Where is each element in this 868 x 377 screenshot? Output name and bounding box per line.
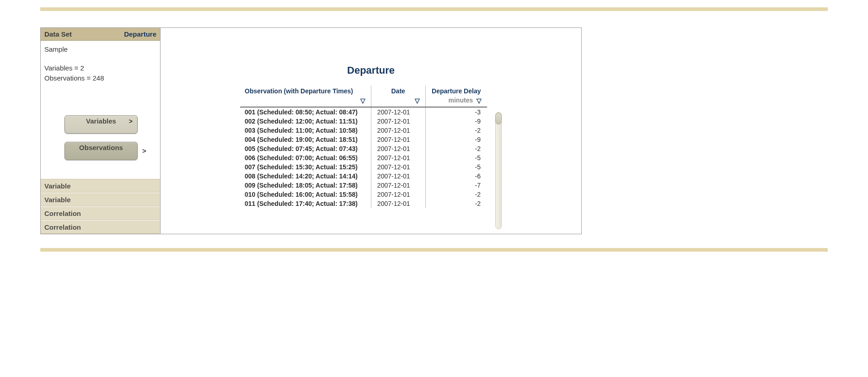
scrollbar-thumb[interactable]	[495, 113, 502, 124]
sidebar-header: Data Set Departure	[41, 28, 160, 41]
sidebar: Data Set Departure Sample Variables = 2 …	[41, 28, 161, 234]
cell-observation: 009 (Scheduled: 18:05; Actual: 17:58)	[240, 181, 371, 190]
table-row[interactable]: 004 (Scheduled: 19:00; Actual: 18:51)200…	[240, 135, 487, 144]
cell-observation: 006 (Scheduled: 07:00; Actual: 06:55)	[240, 153, 371, 162]
sample-label: Sample	[44, 45, 156, 53]
top-divider	[40, 7, 828, 11]
sidebar-footer-item[interactable]: Variable	[41, 179, 160, 193]
cell-date: 2007-12-01	[371, 181, 425, 190]
observations-button-label: Observations	[79, 144, 123, 151]
table-row[interactable]: 005 (Scheduled: 07:45; Actual: 07:43)200…	[240, 144, 487, 153]
cell-observation: 005 (Scheduled: 07:45; Actual: 07:43)	[240, 144, 371, 153]
table-row[interactable]: 001 (Scheduled: 08:50; Actual: 08:47)200…	[240, 107, 487, 117]
cell-delay: -5	[425, 153, 487, 162]
cell-observation: 003 (Scheduled: 11:00; Actual: 10:58)	[240, 126, 371, 135]
observations-count: Observations = 248	[44, 73, 156, 83]
cell-observation: 008 (Scheduled: 14:20; Actual: 14:14)	[240, 172, 371, 181]
cell-delay: -2	[425, 199, 487, 208]
dataset-meta: Variables = 2 Observations = 248	[44, 63, 156, 83]
table-row[interactable]: 006 (Scheduled: 07:00; Actual: 06:55)200…	[240, 153, 487, 162]
sort-date[interactable]: ▽	[371, 96, 425, 107]
cell-date: 2007-12-01	[371, 117, 425, 126]
triangle-down-icon: ▽	[360, 97, 365, 104]
sidebar-footer-item[interactable]: Variable	[41, 193, 160, 206]
table-row[interactable]: 010 (Scheduled: 16:00; Actual: 15:58)200…	[240, 190, 487, 199]
cell-date: 2007-12-01	[371, 153, 425, 162]
bottom-divider	[40, 248, 828, 252]
table-row[interactable]: 007 (Scheduled: 15:30; Actual: 15:25)200…	[240, 162, 487, 172]
cell-date: 2007-12-01	[371, 190, 425, 199]
table-row[interactable]: 009 (Scheduled: 18:05; Actual: 17:58)200…	[240, 181, 487, 190]
cell-observation: 007 (Scheduled: 15:30; Actual: 15:25)	[240, 162, 371, 172]
sidebar-footer: Variable Variable Correlation Correlatio…	[41, 179, 160, 234]
cell-delay: -2	[425, 190, 487, 199]
table-row[interactable]: 008 (Scheduled: 14:20; Actual: 14:14)200…	[240, 172, 487, 181]
vertical-scrollbar[interactable]	[495, 112, 502, 229]
variables-button[interactable]: Variables >	[64, 115, 138, 134]
observations-button[interactable]: Observations	[64, 142, 138, 160]
cell-delay: -9	[425, 135, 487, 144]
sidebar-body: Sample Variables = 2 Observations = 248 …	[41, 41, 160, 179]
cell-delay: -3	[425, 107, 487, 117]
triangle-down-icon: ▽	[477, 97, 482, 104]
sort-delay[interactable]: minutes ▽	[425, 96, 487, 107]
sidebar-header-label: Data Set	[44, 30, 72, 38]
sidebar-footer-item[interactable]: Correlation	[41, 220, 160, 234]
col-header-observation[interactable]: Observation (with Departure Times)	[240, 86, 371, 96]
triangle-down-icon: ▽	[415, 97, 420, 104]
cell-date: 2007-12-01	[371, 107, 425, 117]
app-panel: Data Set Departure Sample Variables = 2 …	[40, 27, 582, 234]
variables-button-label: Variables	[86, 117, 116, 125]
main-pane: Departure Observation (with Departure Ti…	[161, 28, 581, 234]
cell-observation: 010 (Scheduled: 16:00; Actual: 15:58)	[240, 190, 371, 199]
chevron-right-icon: >	[129, 118, 133, 125]
cell-date: 2007-12-01	[371, 162, 425, 172]
page-title: Departure	[170, 65, 572, 76]
cell-delay: -2	[425, 126, 487, 135]
col-header-date[interactable]: Date	[371, 86, 425, 96]
variables-count: Variables = 2	[44, 63, 156, 73]
cell-date: 2007-12-01	[371, 135, 425, 144]
delay-units: minutes	[449, 97, 473, 104]
data-table: Observation (with Departure Times) Date …	[240, 86, 487, 208]
cell-date: 2007-12-01	[371, 126, 425, 135]
cell-date: 2007-12-01	[371, 172, 425, 181]
cell-delay: -5	[425, 162, 487, 172]
cell-date: 2007-12-01	[371, 144, 425, 153]
table-row[interactable]: 003 (Scheduled: 11:00; Actual: 10:58)200…	[240, 126, 487, 135]
cell-delay: -2	[425, 144, 487, 153]
cell-observation: 011 (Scheduled: 17:40; Actual: 17:38)	[240, 199, 371, 208]
cell-delay: -6	[425, 172, 487, 181]
sort-observation[interactable]: ▽	[240, 96, 371, 107]
chevron-right-icon: >	[142, 147, 146, 155]
sidebar-footer-item[interactable]: Correlation	[41, 206, 160, 220]
table-row[interactable]: 011 (Scheduled: 17:40; Actual: 17:38)200…	[240, 199, 487, 208]
sidebar-header-value: Departure	[124, 30, 156, 38]
cell-observation: 004 (Scheduled: 19:00; Actual: 18:51)	[240, 135, 371, 144]
cell-observation: 001 (Scheduled: 08:50; Actual: 08:47)	[240, 107, 371, 117]
cell-delay: -7	[425, 181, 487, 190]
cell-delay: -9	[425, 117, 487, 126]
col-header-delay[interactable]: Departure Delay	[425, 86, 487, 96]
table-row[interactable]: 002 (Scheduled: 12:00; Actual: 11:51)200…	[240, 117, 487, 126]
cell-observation: 002 (Scheduled: 12:00; Actual: 11:51)	[240, 117, 371, 126]
cell-date: 2007-12-01	[371, 199, 425, 208]
